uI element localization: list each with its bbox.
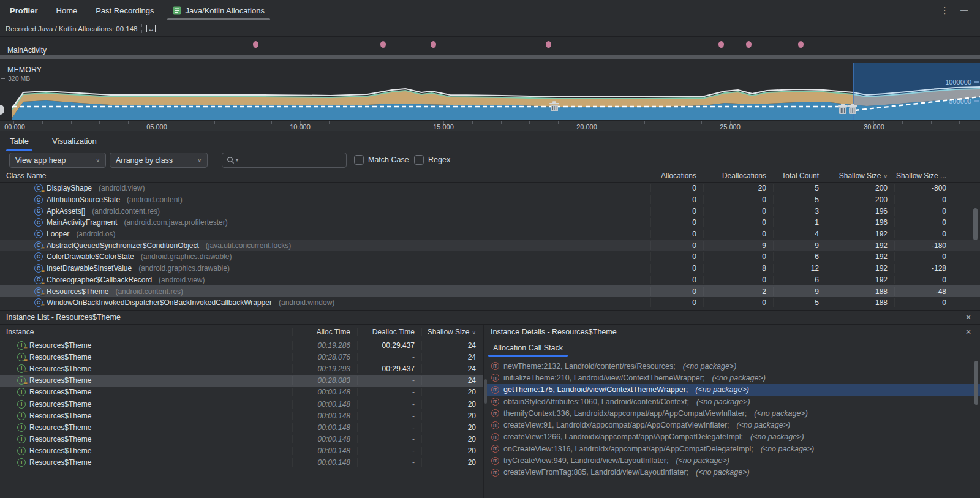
search-field[interactable]: ▾ xyxy=(222,153,347,168)
tab-home[interactable]: Home xyxy=(47,0,87,21)
stack-frame[interactable]: mthemifyContext:336, Landroidx/appcompat… xyxy=(484,407,980,419)
match-case-checkbox[interactable] xyxy=(354,155,364,165)
instance-icon: I xyxy=(17,341,26,350)
more-options-icon[interactable]: ⋮ xyxy=(940,5,949,16)
instance-icon: I xyxy=(17,447,26,455)
table-row[interactable]: CLooper(android.os) 0041920 xyxy=(0,228,980,240)
table-row[interactable]: CInsetDrawable$InsetValue(android.graphi… xyxy=(0,263,980,274)
column-class-name[interactable]: Class Name xyxy=(0,172,650,180)
method-icon: m xyxy=(491,421,499,429)
column-instance[interactable]: Instance xyxy=(0,328,292,336)
instance-row[interactable]: IResources$Theme 00:00.148-20 xyxy=(0,398,483,410)
instance-row[interactable]: IResources$Theme 00:00.148-20 xyxy=(0,387,483,398)
event-marker-icon[interactable] xyxy=(798,41,804,48)
tab-profiler[interactable]: Profiler xyxy=(9,0,47,21)
instance-row[interactable]: IResources$Theme 00:00.148-20 xyxy=(0,421,483,433)
table-row-selected[interactable]: CResources$Theme(android.content.res) 02… xyxy=(0,285,980,297)
bottom-panels: Instance Alloc Time Dealloc Time Shallow… xyxy=(0,325,980,498)
column-shallow-size-change[interactable]: Shallow Size ... xyxy=(894,172,953,180)
call-stack-scrollbar[interactable] xyxy=(974,361,978,405)
stack-frame[interactable]: mcreateViewFromTag:885, Landroid/view/La… xyxy=(484,467,980,478)
stack-frame[interactable]: mnewTheme:2132, Landroid/content/res/Res… xyxy=(484,360,980,372)
class-icon: C xyxy=(34,184,43,192)
tab-java-kotlin-allocations[interactable]: Java/Kotlin Allocations xyxy=(164,0,274,21)
tab-allocation-call-stack[interactable]: Allocation Call Stack xyxy=(492,344,564,352)
memory-chart[interactable]: 1000000 500000 xyxy=(0,63,980,120)
regex-label: Regex xyxy=(428,156,450,164)
table-row[interactable]: CChoreographer$CallbackRecord(android.vi… xyxy=(0,274,980,286)
event-marker-icon[interactable] xyxy=(431,41,436,48)
stack-frame[interactable]: monCreateView:1316, Landroidx/appcompat/… xyxy=(484,443,980,455)
heap-select-value: View app heap xyxy=(15,156,66,165)
match-case-label: Match Case xyxy=(368,156,409,164)
stack-frame[interactable]: minitializeTheme:210, Landroid/view/Cont… xyxy=(484,372,980,383)
instance-row[interactable]: IResources$Theme 00:19.28600:29.43724 xyxy=(0,339,483,351)
stack-frame[interactable]: mtryCreateView:949, Landroid/view/Layout… xyxy=(484,455,980,466)
column-shallow-size[interactable]: Shallow Size∨ xyxy=(421,328,483,336)
class-table-scrollbar[interactable] xyxy=(973,208,978,240)
stack-frame-selected[interactable]: mgetTheme:175, Landroid/view/ContextThem… xyxy=(484,384,980,396)
allocations-tab-icon xyxy=(173,6,181,15)
instance-icon: I xyxy=(17,376,26,385)
tab-table[interactable]: Table xyxy=(9,133,30,149)
event-marker-icon[interactable] xyxy=(718,41,724,48)
table-row[interactable]: CApkAssets[](android.content.res) 003196… xyxy=(0,205,980,217)
instance-list-panel-header: Instance List - Resources$Theme ✕ xyxy=(0,310,980,325)
class-icon: C xyxy=(34,298,43,307)
instance-row[interactable]: IResources$Theme 00:28.076-24 xyxy=(0,351,483,363)
instance-row[interactable]: IResources$Theme 00:00.148-20 xyxy=(0,445,483,457)
event-marker-icon[interactable] xyxy=(253,41,258,48)
axis-label: 15.000 xyxy=(433,123,454,130)
instance-row[interactable]: IResources$Theme 00:19.29300:29.43724 xyxy=(0,363,483,374)
search-options-caret-icon[interactable]: ▾ xyxy=(236,157,238,163)
zoom-to-selection-icon[interactable]: ↔ xyxy=(146,25,156,32)
minimize-icon[interactable]: — xyxy=(960,6,968,15)
stack-frame[interactable]: mcreateView:1266, Landroidx/appcompat/ap… xyxy=(484,431,980,443)
method-icon: m xyxy=(491,433,499,441)
chevron-down-icon: ∨ xyxy=(192,157,202,164)
table-row[interactable]: CAbstractQueuedSynchronizer$ConditionObj… xyxy=(0,240,980,251)
axis-label: 00.000 xyxy=(4,123,25,130)
event-marker-icon[interactable] xyxy=(380,41,386,48)
method-icon: m xyxy=(491,445,499,453)
table-row[interactable]: CDisplayShape(android.view) 0205200-800 xyxy=(0,183,980,194)
column-total-count[interactable]: Total Count xyxy=(773,172,826,180)
table-row[interactable]: CMainActivityFragment(android.com.java.p… xyxy=(0,217,980,228)
instance-row[interactable]: IResources$Theme 00:00.148-20 xyxy=(0,410,483,421)
column-shallow-size[interactable]: Shallow Size∨ xyxy=(826,172,894,180)
stack-frame[interactable]: mcreateView:91, Landroidx/appcompat/app/… xyxy=(484,419,980,431)
axis-label: 30.000 xyxy=(864,123,884,130)
instance-row[interactable]: IResources$Theme 00:00.148-20 xyxy=(0,434,483,445)
details-left-scrollbar[interactable] xyxy=(484,379,487,404)
column-dealloc-time[interactable]: Dealloc Time xyxy=(357,328,421,336)
column-allocations[interactable]: Allocations xyxy=(650,172,703,180)
table-row[interactable]: CColorDrawable$ColorState(android.graphi… xyxy=(0,251,980,263)
close-icon[interactable]: ✕ xyxy=(965,328,971,336)
event-marker-icon[interactable] xyxy=(546,41,551,48)
tab-past-recordings-label: Past Recordings xyxy=(96,6,154,15)
axis-label: 05.000 xyxy=(146,123,167,130)
regex-checkbox[interactable] xyxy=(414,155,424,165)
timeline-panel[interactable]: MainActivity MEMORY 320 MB 1000000 50000… xyxy=(0,37,980,131)
table-row[interactable]: CAttributionSourceState(android.content)… xyxy=(0,194,980,206)
column-alloc-time[interactable]: Alloc Time xyxy=(292,328,357,336)
search-input[interactable] xyxy=(239,156,325,165)
instance-icon: I xyxy=(17,353,26,361)
table-row[interactable]: CWindowOnBackInvokedDispatcher$OnBackInv… xyxy=(0,297,980,309)
close-icon[interactable]: ✕ xyxy=(965,313,971,322)
divider xyxy=(160,24,160,34)
tab-visualization[interactable]: Visualization xyxy=(51,133,98,149)
stack-frame[interactable]: mobtainStyledAttributes:1060, Landroid/c… xyxy=(484,396,980,407)
event-marker-icon[interactable] xyxy=(746,41,752,48)
y-axis-tick xyxy=(1,78,5,79)
active-tab-underline xyxy=(167,18,270,20)
column-deallocations[interactable]: Deallocations xyxy=(703,172,773,180)
details-tab-bar: Allocation Call Stack xyxy=(484,339,980,358)
arrange-select[interactable]: Arrange by class ∨ xyxy=(110,153,208,168)
instance-row[interactable]: IResources$Theme 00:00.148-20 xyxy=(0,457,483,469)
activity-lifecycle-bar[interactable] xyxy=(0,55,980,59)
active-details-tab-underline xyxy=(488,355,568,357)
heap-select[interactable]: View app heap ∨ xyxy=(9,153,106,168)
tab-past-recordings[interactable]: Past Recordings xyxy=(86,0,163,21)
instance-row-selected[interactable]: IResources$Theme 00:28.083-24 xyxy=(0,375,483,387)
